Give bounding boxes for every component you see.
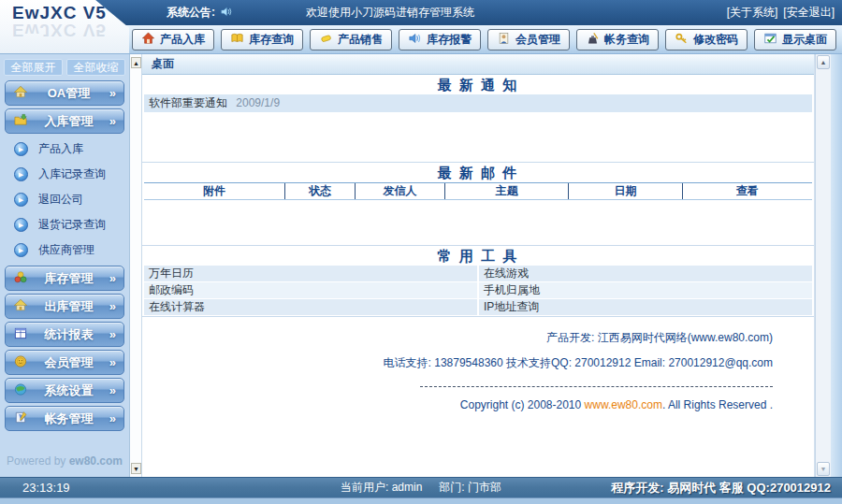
department-label: 部门: 门市部: [439, 480, 501, 496]
tool-phone-location[interactable]: 手机归属地: [479, 282, 812, 298]
notice-date: 2009/1/9: [236, 96, 280, 109]
chevron-right-icon: »: [109, 327, 116, 341]
mail-table-header: 附件 状态 发信人 主题 日期 查看: [144, 182, 812, 200]
chevron-right-icon: »: [109, 114, 116, 128]
outbound-house-icon: [13, 298, 28, 315]
key-icon: [675, 32, 689, 48]
sidebar-category-label: 出库管理: [28, 298, 109, 315]
sidebar-scroll-strip: ▲ ▼: [129, 54, 142, 477]
sidebar-item-inbound-records[interactable]: ▶ 入库记录查询: [0, 162, 129, 187]
sidebar-category-stock[interactable]: 库存管理 »: [5, 266, 124, 291]
safe-logout-link[interactable]: [安全退出]: [783, 5, 835, 21]
report-chart-icon: [13, 326, 28, 343]
tool-row: 万年日历 在线游戏: [144, 266, 812, 281]
tool-calendar[interactable]: 万年日历: [144, 266, 477, 281]
toolbar-button-change-password[interactable]: 修改密码: [665, 29, 748, 50]
toolbar-button-label: 库存查询: [249, 32, 294, 48]
notice-item[interactable]: 软件部重要通知 2009/1/9: [144, 94, 812, 112]
content-footer: 产品开发: 江西易网时代网络(www.ew80.com) 电话支持: 13879…: [142, 317, 814, 411]
tab-desktop[interactable]: 桌面: [142, 54, 814, 75]
announce-text: 系统公告:: [167, 5, 215, 21]
mail-col-attachment: 附件: [144, 183, 284, 199]
sidebar-item-supplier-manage[interactable]: ▶ 供应商管理: [0, 238, 129, 263]
sidebar-item-label: 退货记录查询: [38, 217, 106, 233]
book-icon: [230, 32, 244, 48]
play-bullet-icon: ▶: [14, 243, 28, 257]
member-coin-icon: [13, 354, 28, 371]
collapse-all-button[interactable]: 全部收缩: [66, 59, 125, 76]
speaker-announce-icon: [220, 6, 233, 21]
toolbar-button-product-in[interactable]: 产品入库: [132, 29, 214, 50]
sidebar-category-label: 库存管理: [28, 270, 109, 287]
ew80-link[interactable]: www.ew80.com: [585, 398, 662, 411]
scroll-up-icon[interactable]: ▲: [131, 57, 141, 68]
sidebar-category-label: 统计报表: [28, 326, 109, 343]
powered-prefix: Powered by: [7, 454, 65, 468]
sidebar-category-members[interactable]: 会员管理 »: [5, 350, 124, 375]
section-title-notices: 最 新 通 知: [142, 75, 814, 94]
tool-online-games[interactable]: 在线游戏: [479, 266, 812, 281]
tool-row: 邮政编码 手机归属地: [144, 282, 812, 298]
sidebar-item-label: 入库记录查询: [38, 166, 106, 182]
speaker-icon: [408, 32, 422, 48]
current-user-label: 当前用户: admin: [341, 480, 422, 496]
about-system-link[interactable]: [关于系统]: [727, 5, 778, 21]
sidebar-item-return-records[interactable]: ▶ 退货记录查询: [0, 212, 129, 238]
brand-reflection: EwJXC V5: [12, 20, 129, 40]
sidebar-item-return-company[interactable]: ▶ 退回公司: [0, 187, 129, 212]
tool-postal-code[interactable]: 邮政编码: [144, 282, 477, 298]
toolbar-button-show-desktop[interactable]: 显示桌面: [754, 29, 836, 50]
sidebar-category-label: 帐务管理: [28, 410, 109, 427]
sidebar-category-label: 会员管理: [28, 354, 109, 371]
sidebar-item-label: 产品入库: [38, 141, 83, 157]
sidebar-category-accounts[interactable]: 帐务管理 »: [5, 406, 124, 431]
play-bullet-icon: ▶: [14, 218, 28, 232]
mail-col-subject: 主题: [444, 183, 568, 199]
toolbar-button-label: 产品入库: [160, 32, 205, 48]
toolbar-button-account-query[interactable]: 帐务查询: [576, 29, 659, 50]
powered-by: Powered by ew80.com: [0, 454, 129, 468]
toolbar-button-stock-query[interactable]: 库存查询: [221, 29, 303, 50]
sidebar: 全部展开 全部收缩 OA管理 » 入库管理 » ▶ 产品入库 ▶ 入库记录查询: [0, 54, 129, 477]
clock-text: 23:13:19: [0, 481, 70, 495]
tool-calculator[interactable]: 在线计算器: [144, 299, 477, 315]
sidebar-category-outbound[interactable]: 出库管理 »: [5, 294, 124, 319]
toolbar-button-label: 库存报警: [427, 32, 472, 48]
mail-col-status: 状态: [284, 183, 355, 199]
tool-ip-lookup[interactable]: IP地址查询: [479, 299, 812, 315]
toolbar-button-label: 显示桌面: [782, 32, 827, 48]
play-bullet-icon: ▶: [14, 142, 28, 156]
scroll-down-icon[interactable]: ▼: [131, 463, 141, 474]
toolbar-button-member-manage[interactable]: 会员管理: [487, 29, 570, 50]
section-common-tools: 常 用 工 具 万年日历 在线游戏 邮政编码 手机归属地 在线计算器 IP地址查…: [142, 246, 814, 317]
footer-dev-line: 产品开发: 江西易网时代网络(www.ew80.com): [142, 330, 773, 346]
main-content: 桌面 最 新 通 知 软件部重要通知 2009/1/9 最 新 邮 件 附件 状…: [142, 54, 815, 477]
sidebar-item-product-in[interactable]: ▶ 产品入库: [0, 137, 129, 162]
tag-icon: [319, 32, 333, 48]
sidebar-category-settings[interactable]: 系统设置 »: [5, 378, 124, 403]
footer-support-line: 电话支持: 13879548360 技术支持QQ: 270012912 Emai…: [142, 355, 773, 371]
footer-copyright-line: Copyright (c) 2008-2010 www.ew80.com. Al…: [142, 398, 773, 411]
powered-brand: ew80.com: [69, 454, 123, 468]
sidebar-category-reports[interactable]: 统计报表 »: [5, 322, 124, 347]
footer-divider: [420, 386, 773, 387]
chevron-right-icon: »: [109, 86, 116, 100]
section-latest-mail: 最 新 邮 件 附件 状态 发信人 主题 日期 查看: [142, 163, 814, 246]
sidebar-item-label: 供应商管理: [38, 242, 94, 258]
expand-all-button[interactable]: 全部展开: [4, 59, 63, 76]
content-scrollbar[interactable]: ▲ ▼: [815, 54, 831, 477]
inbound-folder-icon: [13, 113, 28, 130]
scroll-up-icon[interactable]: ▲: [817, 55, 830, 69]
oa-house-icon: [13, 85, 28, 102]
notice-text: 软件部重要通知: [149, 96, 227, 109]
scroll-down-icon[interactable]: ▼: [817, 462, 830, 476]
toolbar-button-stock-alarm[interactable]: 库存报警: [399, 29, 481, 50]
window-frame-bottom: [0, 497, 842, 504]
chevron-right-icon: »: [109, 411, 116, 425]
copyright-suffix: . All Rights Reserved .: [662, 398, 773, 411]
sidebar-category-inbound[interactable]: 入库管理 »: [5, 108, 124, 134]
section-title-mail: 最 新 邮 件: [142, 163, 814, 182]
mail-col-view: 查看: [682, 183, 812, 199]
toolbar-button-product-sale[interactable]: 产品销售: [310, 29, 392, 50]
sidebar-category-oa[interactable]: OA管理 »: [5, 80, 124, 106]
